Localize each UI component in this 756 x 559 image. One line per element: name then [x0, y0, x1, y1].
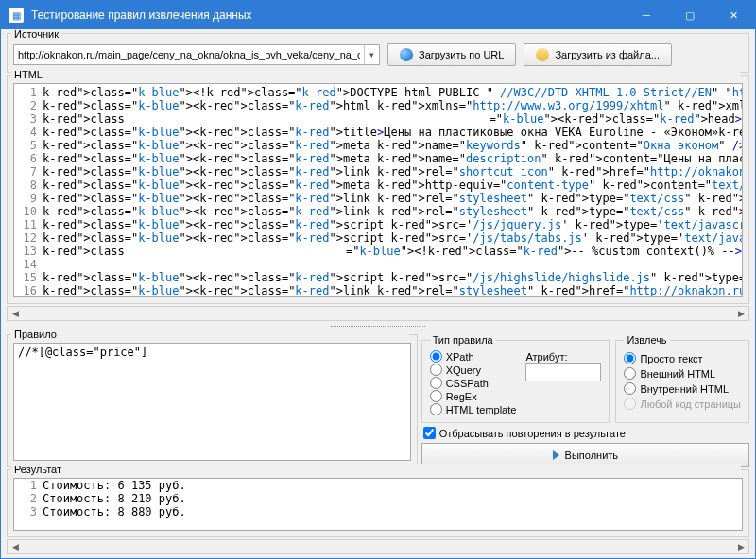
extract-radio[interactable]: [624, 352, 636, 364]
code-line: 7k-red">class="k-blue"><k-red">class="k-…: [14, 165, 742, 178]
rule-type-fieldset: Тип правила XPathXQueryCSSPathRegExHTML …: [421, 334, 610, 423]
folder-icon: [536, 48, 549, 61]
code-line: 2k-red">class="k-blue"><k-red">class="k-…: [14, 99, 742, 112]
rule-group: Правило: [7, 334, 418, 467]
window-title: Тестирование правил извлечения данных: [31, 8, 625, 22]
result-line: 1Стоимость: 6 135 руб.: [14, 479, 742, 492]
extract-radio: [624, 398, 636, 410]
scroll-right-icon[interactable]: ▶: [733, 540, 748, 553]
result-area[interactable]: 1Стоимость: 6 135 руб.2Стоимость: 8 210 …: [13, 478, 743, 531]
close-button[interactable]: ✕: [712, 1, 755, 29]
ruletype-radio-xquery[interactable]: [430, 364, 442, 376]
discard-repeats-checkbox[interactable]: [423, 427, 436, 439]
scroll-right-icon[interactable]: ▶: [733, 307, 748, 320]
titlebar: ▦ Тестирование правил извлечения данных …: [1, 1, 755, 29]
load-url-button[interactable]: Загрузить по URL: [387, 43, 516, 66]
load-file-button[interactable]: Загрузить из файла...: [524, 43, 672, 66]
ruletype-radio-html-template[interactable]: [430, 403, 442, 415]
result-line: 2Стоимость: 8 210 руб.: [14, 492, 742, 505]
minimize-button[interactable]: ─: [625, 1, 668, 29]
scroll-left-icon[interactable]: ◀: [8, 307, 23, 320]
ruletype-radio-csspath[interactable]: [430, 377, 442, 389]
globe-icon: [400, 48, 413, 61]
extract-radio[interactable]: [624, 382, 636, 395]
ruletype-radio-regex[interactable]: [430, 390, 442, 402]
html-scrollbar-h[interactable]: ◀ ▶: [7, 306, 749, 321]
app-icon: ▦: [9, 8, 24, 23]
code-line: 3k-red">class="k-blue"><k-red">class="k-…: [14, 112, 742, 126]
play-icon: [553, 450, 559, 460]
chevron-down-icon[interactable]: ▾: [364, 45, 379, 64]
app-window: ▦ Тестирование правил извлечения данных …: [0, 0, 756, 559]
html-group: HTML 1k-red">class="k-blue"><!k-red">cla…: [7, 75, 749, 304]
url-input[interactable]: [14, 47, 364, 62]
scroll-left-icon[interactable]: ◀: [8, 540, 23, 553]
html-code-area[interactable]: 1k-red">class="k-blue"><!k-red">class="k…: [13, 83, 743, 297]
code-line: 14: [14, 258, 742, 271]
source-label: Источник: [11, 29, 61, 40]
result-label: Результат: [11, 464, 741, 475]
discard-repeats-label: Отбрасывать повторения в результате: [439, 428, 626, 439]
maximize-button[interactable]: ▢: [668, 1, 712, 29]
code-line: 4k-red">class="k-blue"><k-red">class="k-…: [14, 126, 742, 139]
extract-fieldset: Извлечь Просто текстВнешний HTMLВнутренн…: [615, 334, 749, 423]
result-line: 3Стоимость: 8 880 руб.: [14, 505, 742, 518]
code-line: 1k-red">class="k-blue"><!k-red">class="k…: [14, 86, 742, 99]
result-scrollbar-h[interactable]: ◀ ▶: [7, 539, 749, 554]
html-label: HTML: [11, 69, 741, 80]
attribute-input[interactable]: [525, 363, 601, 381]
rule-label: Правило: [11, 329, 409, 340]
result-group: Результат 1Стоимость: 6 135 руб.2Стоимос…: [7, 469, 749, 537]
code-line: 11k-red">class="k-blue"><k-red">class="k…: [14, 218, 742, 231]
code-line: 15k-red">class="k-blue"><k-red">class="k…: [14, 271, 742, 284]
rule-type-legend: Тип правила: [430, 334, 496, 346]
code-line: 10k-red">class="k-blue"><k-red">class="k…: [14, 205, 742, 218]
code-line: 16k-red">class="k-blue"><k-red">class="k…: [14, 284, 742, 297]
code-line: 12k-red">class="k-blue"><k-red">class="k…: [14, 231, 742, 245]
ruletype-radio-xpath[interactable]: [430, 350, 442, 363]
source-group: Источник ▾ Загрузить по URL Загрузить из…: [7, 33, 749, 73]
code-line: 9k-red">class="k-blue"><k-red">class="k-…: [14, 192, 742, 205]
code-line: 13k-red">class="k-blue"><!k-red">class="…: [14, 245, 742, 258]
code-line: 8k-red">class="k-blue"><k-red">class="k-…: [14, 178, 742, 192]
extract-radio[interactable]: [624, 367, 636, 380]
code-line: 5k-red">class="k-blue"><k-red">class="k-…: [14, 139, 742, 152]
attribute-label: Атрибут:: [525, 351, 567, 363]
rule-textarea[interactable]: [13, 343, 411, 461]
url-combobox[interactable]: ▾: [13, 44, 380, 65]
code-line: 6k-red">class="k-blue"><k-red">class="k-…: [14, 152, 742, 165]
extract-legend: Извлечь: [624, 334, 669, 346]
